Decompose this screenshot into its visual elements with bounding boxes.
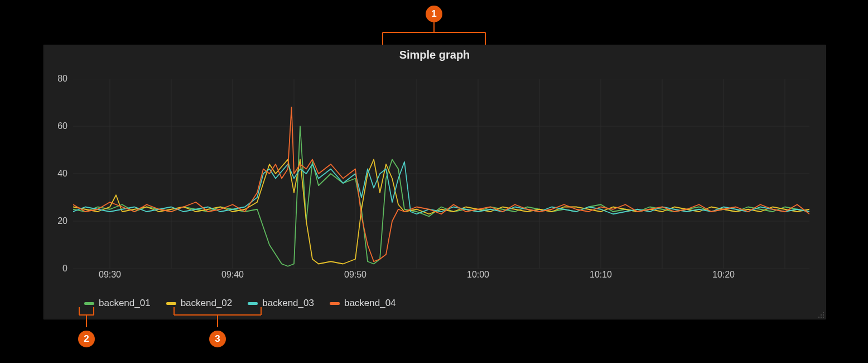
panel-title: Simple graph [44, 45, 825, 64]
callout-badge-2: 2 [78, 331, 95, 347]
y-tick-label: 80 [57, 74, 67, 84]
x-tick-label: 09:30 [99, 270, 121, 280]
legend-label: backend_01 [99, 298, 151, 309]
series-line [73, 162, 809, 214]
chart-area[interactable] [73, 79, 809, 269]
series-line [73, 126, 809, 266]
callout-number: 3 [215, 333, 220, 345]
chart-svg [73, 79, 809, 269]
legend-item[interactable]: backend_03 [248, 298, 314, 309]
legend: backend_01backend_02backend_03backend_04 [84, 298, 396, 309]
callout-badge-1: 1 [426, 6, 442, 22]
legend-item[interactable]: backend_04 [330, 298, 396, 309]
y-tick-label: 40 [57, 169, 67, 179]
x-tick-label: 10:10 [590, 270, 612, 280]
legend-swatch [166, 302, 176, 305]
x-tick-label: 10:20 [712, 270, 735, 280]
legend-item[interactable]: backend_01 [84, 298, 151, 309]
panel-resize-handle[interactable] [817, 311, 824, 318]
graph-panel[interactable]: Simple graph 020406080 09:3009:4009:5010… [44, 45, 826, 319]
legend-label: backend_04 [344, 298, 396, 309]
legend-swatch [248, 302, 258, 305]
legend-item[interactable]: backend_02 [166, 298, 233, 309]
callout-badge-3: 3 [209, 331, 226, 347]
x-axis: 09:3009:4009:5010:0010:1010:20 [73, 270, 809, 283]
x-tick-label: 10:00 [467, 270, 489, 280]
y-axis: 020406080 [44, 79, 71, 269]
y-tick-label: 0 [62, 264, 67, 274]
legend-swatch [84, 302, 94, 305]
legend-swatch [330, 302, 340, 305]
x-tick-label: 09:40 [221, 270, 244, 280]
x-tick-label: 09:50 [344, 270, 367, 280]
callout-number: 2 [84, 333, 89, 345]
y-tick-label: 20 [57, 216, 67, 226]
legend-label: backend_02 [181, 298, 233, 309]
legend-label: backend_03 [262, 298, 314, 309]
callout-number: 1 [431, 8, 436, 20]
y-tick-label: 60 [57, 121, 67, 131]
series-line [73, 107, 809, 261]
